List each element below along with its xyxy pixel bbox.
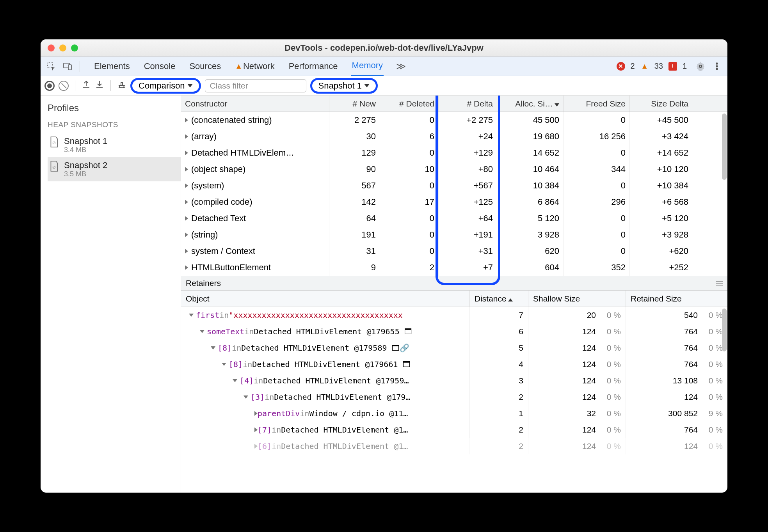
col-new[interactable]: # New [329,96,380,112]
comparison-row[interactable]: Detached Text 64 0 +64 5 120 0 +5 120 [181,210,727,227]
retainer-row[interactable]: parentDiv in Window / cdpn.io @11… 1 320… [181,405,727,422]
record-button[interactable] [44,81,55,91]
col-object[interactable]: Object [181,291,470,307]
expand-icon[interactable] [185,183,188,188]
col-alloc[interactable]: Alloc. Si… [497,96,564,112]
expand-icon[interactable] [254,411,258,416]
comparison-row[interactable]: (concatenated string) 2 275 0 +2 275 45 … [181,112,727,128]
col-constructor[interactable]: Constructor [181,96,329,112]
comparison-row[interactable]: HTMLButtonElement 9 2 +7 604 352 +252 [181,259,727,276]
expand-icon[interactable] [185,167,188,172]
devtools-window: DevTools - codepen.io/web-dot-dev/live/L… [41,39,727,493]
error-count[interactable]: 2 [631,62,635,71]
expand-icon[interactable] [185,216,188,221]
warning-icon[interactable]: ▲ [640,62,649,71]
class-filter-input[interactable]: Class filter [205,79,306,92]
snapshot-item[interactable]: ∅ Snapshot 1 3.4 MB [48,133,181,157]
property-name: first [196,310,219,320]
constructor-name: (string) [191,230,218,240]
retainer-row[interactable]: [8] in Detached HTMLDivElement @179661 🗖… [181,356,727,372]
collapse-icon[interactable] [211,346,215,349]
retainer-row[interactable]: [8] in Detached HTMLDivElement @179589 🗖… [181,340,727,356]
tab-console[interactable]: Console [143,57,176,76]
comparison-row[interactable]: Detached HTMLDivElem… 129 0 +129 14 652 … [181,145,727,161]
collapse-icon[interactable] [189,314,194,317]
minimize-icon[interactable] [59,44,66,51]
issues-icon[interactable]: ! [668,62,677,71]
comparison-row[interactable]: (array) 30 6 +24 19 680 16 256 +3 424 [181,128,727,145]
col-shallow[interactable]: Shallow Size [528,291,626,307]
expand-icon[interactable] [185,200,188,204]
retainer-row[interactable]: [6] in Detached HTMLDivElement @1… 2 124… [181,438,727,454]
expand-icon[interactable] [254,444,258,449]
expand-icon[interactable] [185,134,188,139]
property-name: [8] [229,360,243,369]
more-tabs-icon[interactable]: ≫ [396,61,406,72]
expand-icon[interactable] [185,249,188,254]
property-name: [3] [251,392,265,402]
tab-network[interactable]: ▲Network [234,57,276,76]
col-deleted[interactable]: # Deleted [380,96,439,112]
col-distance[interactable]: Distance [470,291,528,307]
export-icon[interactable] [82,80,91,91]
expand-icon[interactable] [185,151,188,155]
property-name: [8] [218,343,232,353]
comparison-row[interactable]: (compiled code) 142 17 +125 6 864 296 +6… [181,194,727,210]
window-title: DevTools - codepen.io/web-dot-dev/live/L… [41,43,727,53]
retainers-header-row: Object Distance Shallow Size Retained Si… [181,291,727,307]
retainer-row[interactable]: first in "xxxxxxxxxxxxxxxxxxxxxxxxxxxxxx… [181,307,727,323]
retainer-context: Detached HTMLDivElement @17959… [263,376,409,385]
more-options-icon[interactable] [710,60,724,73]
device-toolbar-icon[interactable] [61,60,74,73]
memory-toolbar: Comparison Class filter Snapshot 1 [41,76,727,96]
svg-text:∅: ∅ [52,141,56,145]
titlebar: DevTools - codepen.io/web-dot-dev/live/L… [41,39,727,57]
retainer-row[interactable]: someText in Detached HTMLDivElement @179… [181,323,727,340]
collapse-icon[interactable] [233,379,237,382]
inspect-element-icon[interactable] [44,60,58,73]
comparison-row[interactable]: (system) 567 0 +567 10 384 0 +10 384 [181,177,727,194]
collapse-icon[interactable] [244,395,248,399]
tab-sources[interactable]: Sources [188,57,222,76]
vertical-scrollbar[interactable] [722,309,727,351]
col-freed[interactable]: Freed Size [564,96,630,112]
retainer-row[interactable]: [3] in Detached HTMLDivElement @179… 2 1… [181,389,727,405]
col-delta[interactable]: # Delta [439,96,497,112]
expand-icon[interactable] [185,232,188,237]
vertical-scrollbar[interactable] [722,113,727,180]
retainer-context: Detached HTMLDivElement @179661 🗖 [252,360,410,369]
error-icon[interactable]: ✕ [617,62,625,71]
constructor-name: Detached Text [191,213,246,223]
expand-icon[interactable] [254,427,258,432]
expand-icon[interactable] [185,118,188,122]
comparison-row[interactable]: system / Context 31 0 +31 620 0 +620 [181,243,727,259]
retainers-menu-icon[interactable] [716,281,723,286]
collapse-icon[interactable] [200,330,204,333]
collapse-icon[interactable] [222,363,226,366]
svg-point-4 [716,63,718,64]
col-size-delta[interactable]: Size Delta [630,96,692,112]
property-name: [4] [240,376,254,385]
retainer-row[interactable]: [4] in Detached HTMLDivElement @17959… 3… [181,372,727,389]
tab-elements[interactable]: Elements [93,57,131,76]
settings-icon[interactable] [694,60,707,73]
comparison-row[interactable]: (string) 191 0 +191 3 928 0 +3 928 [181,227,727,243]
close-icon[interactable] [48,44,55,51]
import-icon[interactable] [95,80,104,91]
gc-icon[interactable] [117,80,126,91]
warning-count[interactable]: 33 [654,62,663,71]
comparison-row[interactable]: (object shape) 90 10 +80 10 464 344 +10 … [181,161,727,177]
col-retained[interactable]: Retained Size [626,291,727,307]
expand-icon[interactable] [185,265,188,270]
base-snapshot-select[interactable]: Snapshot 1 [310,78,378,94]
tab-performance[interactable]: Performance [288,57,339,76]
status-counters: ✕2 ▲33 !1 [617,62,687,71]
issues-count[interactable]: 1 [683,62,687,71]
sidebar-group-label: HEAP SNAPSHOTS [48,121,181,129]
perspective-select[interactable]: Comparison [130,78,201,94]
retainer-row[interactable]: [7] in Detached HTMLDivElement @1… 2 124… [181,422,727,438]
snapshot-item[interactable]: ∅ Snapshot 2 3.5 MB [48,157,181,181]
tab-memory[interactable]: Memory [351,57,384,76]
zoom-icon[interactable] [71,44,78,51]
clear-button[interactable] [59,81,69,91]
